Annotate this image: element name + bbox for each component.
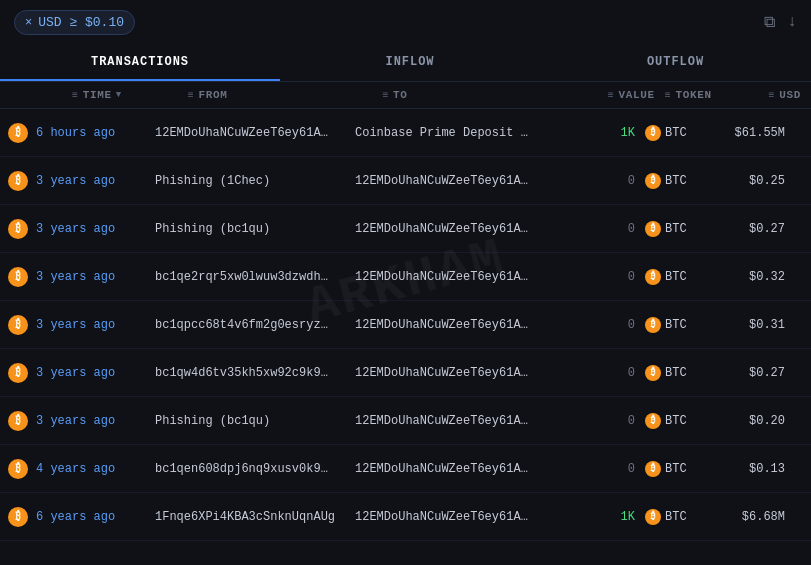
row-value: 0 [555,318,635,332]
token-symbol: BTC [665,318,687,332]
table-row[interactable]: ₿ 3 years ago bc1qpcc68t4v6fm2g0esryz… 1… [0,301,811,349]
row-value: 0 [555,366,635,380]
col-header-time[interactable]: ≡ TIME ▼ [36,89,188,101]
table-row[interactable]: ₿ 6 years ago 1Fnqe6XPi4KBA3cSnknUqnAUg … [0,493,811,541]
row-token: ₿ BTC [635,317,715,333]
row-from: Phishing (1Chec) [155,174,355,188]
col-header-token[interactable]: ≡ TOKEN [655,89,733,101]
row-token: ₿ BTC [635,365,715,381]
token-icon: ₿ [645,221,661,237]
row-time: 3 years ago [36,366,155,380]
copy-icon[interactable]: ⧉ [764,13,775,32]
top-icons: ⧉ ↓ [764,13,797,32]
token-icon: ₿ [645,461,661,477]
filter-label: USD ≥ $0.10 [38,15,124,30]
row-value: 1K [555,126,635,140]
row-usd: $0.20 [715,414,795,428]
row-value: 0 [555,222,635,236]
row-to: 12EMDoUhaNCuWZeeT6ey61A… [355,318,555,332]
col-header-from[interactable]: ≡ FROM [188,89,383,101]
row-from: bc1qe2rqr5xw0lwuw3dzwdh… [155,270,355,284]
token-symbol: BTC [665,222,687,236]
col-header-usd[interactable]: ≡ USD [733,89,811,101]
row-to: 12EMDoUhaNCuWZeeT6ey61A… [355,270,555,284]
token-symbol: BTC [665,510,687,524]
row-value: 1K [555,510,635,524]
token-symbol: BTC [665,414,687,428]
btc-circle: ₿ [8,507,28,527]
col-header-value[interactable]: ≡ VALUE [577,89,655,101]
token-icon: ₿ [645,125,661,141]
to-label: TO [393,89,408,101]
row-btc-icon: ₿ [0,267,36,287]
token-icon: ₿ [645,413,661,429]
usd-label: USD [779,89,801,101]
from-label: FROM [198,89,227,101]
row-to: 12EMDoUhaNCuWZeeT6ey61A… [355,222,555,236]
btc-circle: ₿ [8,363,28,383]
token-icon: ₿ [645,269,661,285]
row-to: 12EMDoUhaNCuWZeeT6ey61A… [355,366,555,380]
token-icon: ₿ [645,509,661,525]
tab-outflow[interactable]: OUTFLOW [540,45,811,81]
token-filter-icon: ≡ [665,90,672,101]
token-label: TOKEN [675,89,711,101]
table-row[interactable]: ₿ 3 years ago Phishing (bc1qu) 12EMDoUha… [0,205,811,253]
token-symbol: BTC [665,270,687,284]
col-header-to[interactable]: ≡ TO [382,89,577,101]
table-row[interactable]: ₿ 3 years ago bc1qw4d6tv35kh5xw92c9k9… 1… [0,349,811,397]
value-label: VALUE [618,89,654,101]
download-icon[interactable]: ↓ [787,13,797,32]
table-row[interactable]: ₿ 3 years ago bc1qe2rqr5xw0lwuw3dzwdh… 1… [0,253,811,301]
row-btc-icon: ₿ [0,507,36,527]
row-from: 12EMDoUhaNCuWZeeT6ey61A… [155,126,355,140]
row-usd: $6.68M [715,510,795,524]
row-token: ₿ BTC [635,413,715,429]
btc-circle: ₿ [8,411,28,431]
btc-circle: ₿ [8,267,28,287]
row-usd: $0.13 [715,462,795,476]
row-btc-icon: ₿ [0,363,36,383]
btc-circle: ₿ [8,171,28,191]
value-filter-icon: ≡ [608,90,615,101]
row-token: ₿ BTC [635,461,715,477]
tab-transactions[interactable]: TRANSACTIONS [0,45,280,81]
column-headers: ≡ TIME ▼ ≡ FROM ≡ TO ≡ VALUE ≡ TOKEN ≡ U… [0,82,811,109]
row-usd: $0.31 [715,318,795,332]
row-btc-icon: ₿ [0,123,36,143]
row-token: ₿ BTC [635,221,715,237]
table-row[interactable]: ₿ 4 years ago bc1qen608dpj6nq9xusv0k9… 1… [0,445,811,493]
row-token: ₿ BTC [635,269,715,285]
row-usd: $61.55M [715,126,795,140]
row-to: 12EMDoUhaNCuWZeeT6ey61A… [355,510,555,524]
row-time: 6 hours ago [36,126,155,140]
row-usd: $0.32 [715,270,795,284]
row-to: 12EMDoUhaNCuWZeeT6ey61A… [355,462,555,476]
row-value: 0 [555,270,635,284]
time-label: TIME [83,89,112,101]
row-token: ₿ BTC [635,125,715,141]
from-filter-icon: ≡ [188,90,195,101]
row-value: 0 [555,174,635,188]
row-btc-icon: ₿ [0,459,36,479]
usd-filter-icon: ≡ [769,90,776,101]
row-usd: $0.25 [715,174,795,188]
token-symbol: BTC [665,366,687,380]
token-symbol: BTC [665,462,687,476]
to-filter-icon: ≡ [382,90,389,101]
row-time: 3 years ago [36,414,155,428]
row-time: 3 years ago [36,222,155,236]
row-to: 12EMDoUhaNCuWZeeT6ey61A… [355,414,555,428]
token-icon: ₿ [645,317,661,333]
table-row[interactable]: ₿ 6 hours ago 12EMDoUhaNCuWZeeT6ey61A… C… [0,109,811,157]
tab-inflow[interactable]: INFLOW [280,45,540,81]
btc-circle: ₿ [8,123,28,143]
row-value: 0 [555,462,635,476]
table-row[interactable]: ₿ 3 years ago Phishing (bc1qu) 12EMDoUha… [0,397,811,445]
filter-remove-btn[interactable]: × [25,16,32,30]
filter-badge[interactable]: × USD ≥ $0.10 [14,10,135,35]
row-usd: $0.27 [715,222,795,236]
token-icon: ₿ [645,173,661,189]
row-from: Phishing (bc1qu) [155,222,355,236]
table-row[interactable]: ₿ 3 years ago Phishing (1Chec) 12EMDoUha… [0,157,811,205]
